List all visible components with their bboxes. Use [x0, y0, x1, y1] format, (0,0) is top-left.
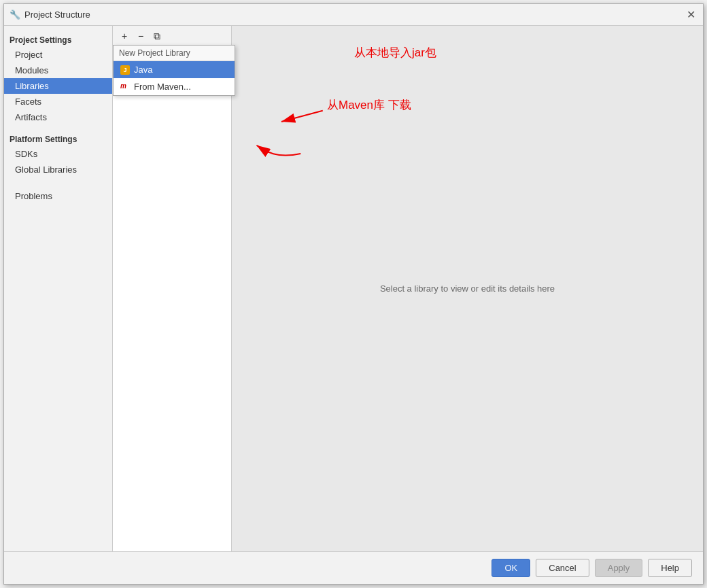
ok-button[interactable]: OK [492, 559, 530, 577]
detail-panel: Select a library to view or edit its det… [232, 26, 703, 551]
sidebar-item-sdks[interactable]: SDKs [4, 146, 112, 162]
copy-library-button[interactable]: ⧉ [150, 29, 165, 44]
dropdown-item-java[interactable]: J Java [114, 61, 235, 78]
remove-library-button[interactable]: − [133, 29, 148, 44]
main-content: Project Settings Project Modules Librari… [4, 26, 703, 551]
sidebar-item-libraries[interactable]: Libraries [4, 78, 112, 94]
sidebar-item-artifacts[interactable]: Artifacts [4, 109, 112, 125]
java-icon: J [120, 65, 130, 75]
sidebar-item-problems[interactable]: Problems [4, 188, 112, 204]
content-area: + − ⧉ New Project Library J Java [113, 26, 703, 551]
sidebar-item-modules[interactable]: Modules [4, 63, 112, 78]
project-structure-dialog: 🔧 Project Structure ✕ Project Settings P… [3, 3, 704, 585]
library-toolbar: + − ⧉ New Project Library J Java [113, 26, 231, 47]
dropdown-item-from-maven[interactable]: m From Maven... [114, 78, 235, 95]
help-button[interactable]: Help [648, 559, 692, 577]
dialog-title: Project Structure [24, 10, 90, 20]
cancel-button[interactable]: Cancel [536, 559, 589, 577]
sidebar-item-global-libraries[interactable]: Global Libraries [4, 162, 112, 177]
library-list: Nothing to show [113, 47, 231, 551]
platform-settings-label: Platform Settings [4, 131, 112, 146]
bottom-bar: OK Cancel Apply Help [4, 551, 703, 584]
annotation-maven-label: 从Maven库 下载 [327, 97, 411, 113]
title-bar-left: 🔧 Project Structure [10, 10, 90, 20]
apply-button[interactable]: Apply [595, 559, 643, 577]
detail-hint: Select a library to view or edit its det… [380, 283, 555, 294]
sidebar: Project Settings Project Modules Librari… [4, 26, 113, 551]
title-bar: 🔧 Project Structure ✕ [4, 4, 703, 26]
new-project-library-dropdown: New Project Library J Java m From Maven.… [113, 45, 235, 96]
library-panel: + − ⧉ New Project Library J Java [113, 26, 232, 551]
maven-icon: m [120, 82, 130, 92]
add-library-button[interactable]: + [117, 29, 132, 44]
annotation-jar-label: 从本地导入jar包 [354, 45, 436, 60]
close-button[interactable]: ✕ [684, 8, 697, 22]
dropdown-header: New Project Library [114, 46, 235, 61]
sidebar-item-facets[interactable]: Facets [4, 94, 112, 109]
project-settings-label: Project Settings [4, 31, 112, 47]
sidebar-item-project[interactable]: Project [4, 47, 112, 63]
dialog-icon: 🔧 [10, 10, 20, 20]
